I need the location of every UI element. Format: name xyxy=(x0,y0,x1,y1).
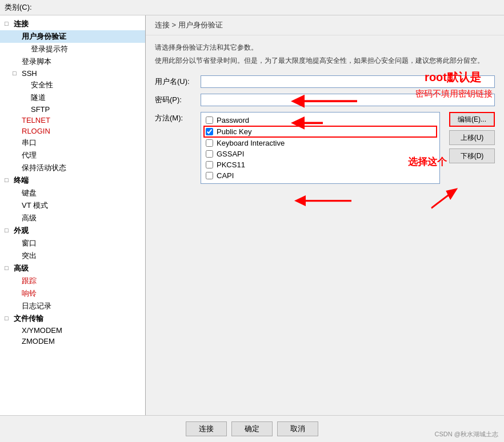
sidebar-item-label-tunnel: 隧道 xyxy=(31,93,46,103)
side-buttons: 编辑(E)...上移(U)下移(D) xyxy=(449,112,495,163)
sidebar-item-label-login-prompt: 登录提示符 xyxy=(31,44,68,54)
sidebar-item-label-trace: 跟踪 xyxy=(22,276,37,286)
tree-toggle-file-transfer[interactable]: □ xyxy=(5,315,13,323)
sidebar-item-security[interactable]: 安全性 xyxy=(0,79,145,91)
category-label: 类别(C): xyxy=(0,0,504,15)
method-list: PasswordPublic KeyKeyboard InteractiveGS… xyxy=(201,112,440,184)
password-input[interactable] xyxy=(201,94,495,106)
sidebar-item-advanced2[interactable]: □高级 xyxy=(0,262,145,275)
tree-spacer-bell xyxy=(13,290,21,298)
username-input[interactable] xyxy=(201,75,495,88)
sidebar-item-serial[interactable]: 串口 xyxy=(0,136,145,149)
right-content: 请选择身份验证方法和其它参数。 使用此部分以节省登录时间。但是，为了最大限度地提… xyxy=(146,35,504,415)
sidebar-item-label-serial: 串口 xyxy=(22,138,37,148)
sidebar-item-keepalive[interactable]: 保持活动状态 xyxy=(0,162,145,174)
tree-toggle-ssh[interactable]: □ xyxy=(13,70,21,78)
tree-spacer-vt-mode xyxy=(13,202,21,210)
cancel-button[interactable]: 取消 xyxy=(277,421,318,436)
move-down-button[interactable]: 下移(D) xyxy=(449,148,495,163)
sidebar-item-label-ssh: SSH xyxy=(22,69,37,78)
sidebar-item-ssh[interactable]: □SSH xyxy=(0,68,145,79)
sidebar-item-label-sftp: SFTP xyxy=(31,105,50,114)
sidebar-item-label-keyboard: 键盘 xyxy=(22,188,37,198)
sidebar-item-proxy[interactable]: 代理 xyxy=(0,149,145,162)
tree-spacer-login-script xyxy=(13,58,21,66)
sidebar-item-login-script[interactable]: 登录脚本 xyxy=(0,55,145,68)
tree-spacer-security xyxy=(22,81,30,89)
tree-spacer-proxy xyxy=(13,151,21,159)
tree-spacer-highlight xyxy=(13,252,21,260)
sidebar-item-label-log: 日志记录 xyxy=(22,301,51,311)
sidebar-item-label-telnet: TELNET xyxy=(22,116,50,124)
desc-line2: 使用此部分以节省登录时间。但是，为了最大限度地提高安全性，如果担心安全问题，建议… xyxy=(155,55,495,66)
category-text: 类别(C): xyxy=(5,3,32,11)
sidebar-item-label-security: 安全性 xyxy=(31,80,53,90)
sidebar-item-label-advanced: 高级 xyxy=(22,213,37,223)
tree-toggle-terminal[interactable]: □ xyxy=(5,176,13,184)
method-checkbox-capi[interactable] xyxy=(206,172,213,179)
sidebar-item-highlight[interactable]: 突出 xyxy=(0,250,145,262)
tree-toggle-connection[interactable]: □ xyxy=(5,20,13,28)
sidebar-item-user-auth[interactable]: 用户身份验证 xyxy=(0,30,145,43)
move-up-button[interactable]: 上移(U) xyxy=(449,130,495,145)
username-label: 用户名(U): xyxy=(155,77,201,87)
sidebar-item-log[interactable]: 日志记录 xyxy=(0,300,145,312)
method-item-gssapi: GSSAPI xyxy=(203,148,437,159)
tree-spacer-window xyxy=(13,239,21,247)
bottom-bar: 连接确定取消 xyxy=(0,415,504,442)
sidebar-item-telnet[interactable]: TELNET xyxy=(0,115,145,126)
tree-spacer-xymodem xyxy=(13,327,21,335)
right-panel: 连接 > 用户身份验证 请选择身份验证方法和其它参数。 使用此部分以节省登录时间… xyxy=(146,15,504,415)
breadcrumb: 连接 > 用户身份验证 xyxy=(146,15,504,35)
sidebar-item-window[interactable]: 窗口 xyxy=(0,237,145,250)
sidebar-item-connection[interactable]: □连接 xyxy=(0,18,145,30)
method-label-publickey: Public Key xyxy=(217,127,251,136)
sidebar-item-label-zmodem: ZMODEM xyxy=(22,337,55,345)
sidebar-item-terminal[interactable]: □终端 xyxy=(0,174,145,187)
tree-spacer-keepalive xyxy=(13,164,21,172)
sidebar-item-label-terminal: 终端 xyxy=(14,175,29,186)
method-checkbox-pkcs11[interactable] xyxy=(206,161,213,168)
sidebar-item-appearance[interactable]: □外观 xyxy=(0,224,145,237)
method-item-capi: CAPI xyxy=(203,170,437,181)
sidebar-item-sftp[interactable]: SFTP xyxy=(0,104,145,115)
tree-toggle-appearance[interactable]: □ xyxy=(5,227,13,235)
tree-spacer-keyboard xyxy=(13,189,21,197)
tree-toggle-advanced2[interactable]: □ xyxy=(5,264,13,272)
sidebar-item-label-window: 窗口 xyxy=(22,238,37,248)
edit-button[interactable]: 编辑(E)... xyxy=(449,112,495,127)
sidebar-item-tunnel[interactable]: 隧道 xyxy=(0,91,145,104)
tree-spacer-login-prompt xyxy=(22,45,30,53)
sidebar-item-xymodem[interactable]: X/YMODEM xyxy=(0,325,145,336)
method-label-gssapi: GSSAPI xyxy=(217,150,244,158)
method-label: 方法(M): xyxy=(155,112,201,123)
sidebar-item-label-advanced2: 高级 xyxy=(14,263,29,274)
sidebar-item-label-keepalive: 保持活动状态 xyxy=(22,163,66,173)
method-label-password: Password xyxy=(217,116,249,124)
sidebar-item-vt-mode[interactable]: VT 模式 xyxy=(0,199,145,212)
tree-spacer-advanced xyxy=(13,214,21,222)
sidebar-item-file-transfer[interactable]: □文件传输 xyxy=(0,312,145,325)
tree-spacer-sftp xyxy=(22,106,30,114)
method-label-capi: CAPI xyxy=(217,171,234,180)
sidebar-item-keyboard[interactable]: 键盘 xyxy=(0,187,145,199)
sidebar-item-rlogin[interactable]: RLOGIN xyxy=(0,126,145,136)
sidebar-item-zmodem[interactable]: ZMODEM xyxy=(0,336,145,347)
method-item-keyboard-interactive: Keyboard Interactive xyxy=(203,138,437,148)
method-checkbox-gssapi[interactable] xyxy=(206,150,213,158)
ok-button[interactable]: 确定 xyxy=(231,421,273,436)
sidebar-item-label-user-auth: 用户身份验证 xyxy=(22,31,66,42)
sidebar-item-bell[interactable]: 响铃 xyxy=(0,287,145,300)
tree-spacer-user-auth xyxy=(13,33,21,41)
username-row: 用户名(U): xyxy=(155,75,495,88)
method-label-keyboard-interactive: Keyboard Interactive xyxy=(217,139,285,147)
sidebar-item-advanced[interactable]: 高级 xyxy=(0,212,145,224)
sidebar-item-trace[interactable]: 跟踪 xyxy=(0,275,145,287)
method-checkbox-keyboard-interactive[interactable] xyxy=(206,139,213,147)
method-checkbox-publickey[interactable] xyxy=(206,128,213,135)
method-checkbox-password[interactable] xyxy=(206,116,213,124)
connect-button[interactable]: 连接 xyxy=(186,421,227,436)
tree-panel: □连接用户身份验证登录提示符登录脚本□SSH安全性隧道SFTPTELNETRLO… xyxy=(0,15,146,415)
method-section: 方法(M): PasswordPublic KeyKeyboard Intera… xyxy=(155,112,495,184)
sidebar-item-login-prompt[interactable]: 登录提示符 xyxy=(0,43,145,55)
